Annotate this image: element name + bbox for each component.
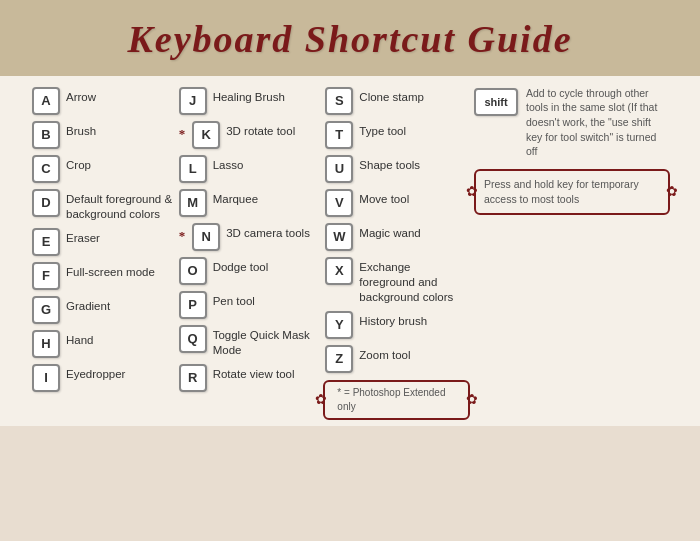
key-B: B <box>32 121 60 149</box>
shortcut-row: W Magic wand <box>323 220 470 254</box>
page-title: Keyboard Shortcut Guide <box>10 18 690 62</box>
shortcut-row: E Eraser <box>30 225 177 259</box>
header: Keyboard Shortcut Guide <box>0 0 700 76</box>
key-X: X <box>325 257 353 285</box>
label-P: Pen tool <box>213 291 255 309</box>
shortcut-row: S Clone stamp <box>323 84 470 118</box>
label-E: Eraser <box>66 228 100 246</box>
shortcut-row: G Gradient <box>30 293 177 327</box>
key-E: E <box>32 228 60 256</box>
key-O: O <box>179 257 207 285</box>
label-N: 3D camera tools <box>226 223 310 241</box>
key-N: N <box>192 223 220 251</box>
main-content: A Arrow B Brush C Crop D Default foregro… <box>0 76 700 426</box>
label-U: Shape tools <box>359 155 420 173</box>
key-V: V <box>325 189 353 217</box>
key-Z: Z <box>325 345 353 373</box>
shortcut-row: P Pen tool <box>177 288 324 322</box>
shortcuts-grid: A Arrow B Brush C Crop D Default foregro… <box>30 84 670 420</box>
press-hold-text: Press and hold key for temporary access … <box>484 178 639 205</box>
shortcut-row: Z Zoom tool <box>323 342 470 376</box>
label-Q: Toggle Quick Mask Mode <box>213 325 322 358</box>
key-K: K <box>192 121 220 149</box>
label-A: Arrow <box>66 87 96 105</box>
label-Z: Zoom tool <box>359 345 410 363</box>
page-wrapper: Keyboard Shortcut Guide A Arrow B Brush … <box>0 0 700 426</box>
photoshop-note-row: * = Photoshop Extended only <box>323 380 470 420</box>
label-X: Exchange foreground and background color… <box>359 257 468 305</box>
key-C: C <box>32 155 60 183</box>
shortcut-row: R Rotate view tool <box>177 361 324 395</box>
shortcut-row: H Hand <box>30 327 177 361</box>
key-H: H <box>32 330 60 358</box>
column-2: J Healing Brush * K 3D rotate tool L Las… <box>177 84 324 420</box>
column-1: A Arrow B Brush C Crop D Default foregro… <box>30 84 177 420</box>
shortcut-row: I Eyedropper <box>30 361 177 395</box>
label-I: Eyedropper <box>66 364 125 382</box>
label-G: Gradient <box>66 296 110 314</box>
key-G: G <box>32 296 60 324</box>
key-M: M <box>179 189 207 217</box>
column-3: S Clone stamp T Type tool U Shape tools … <box>323 84 470 420</box>
key-A: A <box>32 87 60 115</box>
shortcut-row: J Healing Brush <box>177 84 324 118</box>
shortcut-row: O Dodge tool <box>177 254 324 288</box>
shortcut-row: * N 3D camera tools <box>177 220 324 254</box>
shift-key: shift <box>474 88 518 116</box>
shortcut-row: F Full-screen mode <box>30 259 177 293</box>
shortcut-row: Q Toggle Quick Mask Mode <box>177 322 324 361</box>
key-P: P <box>179 291 207 319</box>
label-M: Marquee <box>213 189 258 207</box>
shortcut-row: M Marquee <box>177 186 324 220</box>
key-F: F <box>32 262 60 290</box>
label-F: Full-screen mode <box>66 262 155 280</box>
key-U: U <box>325 155 353 183</box>
key-J: J <box>179 87 207 115</box>
label-R: Rotate view tool <box>213 364 295 382</box>
press-hold-note: Press and hold key for temporary access … <box>474 169 670 214</box>
key-W: W <box>325 223 353 251</box>
label-V: Move tool <box>359 189 409 207</box>
label-S: Clone stamp <box>359 87 424 105</box>
shift-note-wrapper: shift Add to cycle through other tools i… <box>474 86 670 159</box>
right-panel: shift Add to cycle through other tools i… <box>470 84 670 420</box>
label-T: Type tool <box>359 121 406 139</box>
label-O: Dodge tool <box>213 257 269 275</box>
label-W: Magic wand <box>359 223 420 241</box>
key-Y: Y <box>325 311 353 339</box>
shortcut-row: X Exchange foreground and background col… <box>323 254 470 308</box>
photoshop-extended-note: * = Photoshop Extended only <box>323 380 470 420</box>
shortcut-row: Y History brush <box>323 308 470 342</box>
shift-note-text: Add to cycle through other tools in the … <box>526 86 670 159</box>
label-J: Healing Brush <box>213 87 285 105</box>
key-T: T <box>325 121 353 149</box>
label-D: Default foreground & background colors <box>66 189 175 222</box>
shortcut-row: A Arrow <box>30 84 177 118</box>
shortcut-row: U Shape tools <box>323 152 470 186</box>
asterisk-marker: * <box>179 228 186 244</box>
shortcut-row: D Default foreground & background colors <box>30 186 177 225</box>
key-L: L <box>179 155 207 183</box>
key-S: S <box>325 87 353 115</box>
key-D: D <box>32 189 60 217</box>
shortcut-row: B Brush <box>30 118 177 152</box>
key-I: I <box>32 364 60 392</box>
photoshop-note-text: * = Photoshop Extended only <box>337 387 445 412</box>
shortcut-row: V Move tool <box>323 186 470 220</box>
label-K: 3D rotate tool <box>226 121 295 139</box>
key-Q: Q <box>179 325 207 353</box>
asterisk-marker: * <box>179 126 186 142</box>
label-H: Hand <box>66 330 94 348</box>
shortcut-row: L Lasso <box>177 152 324 186</box>
label-C: Crop <box>66 155 91 173</box>
label-L: Lasso <box>213 155 244 173</box>
label-B: Brush <box>66 121 96 139</box>
key-R: R <box>179 364 207 392</box>
label-Y: History brush <box>359 311 427 329</box>
shortcut-row: T Type tool <box>323 118 470 152</box>
shortcut-row: * K 3D rotate tool <box>177 118 324 152</box>
shortcut-row: C Crop <box>30 152 177 186</box>
